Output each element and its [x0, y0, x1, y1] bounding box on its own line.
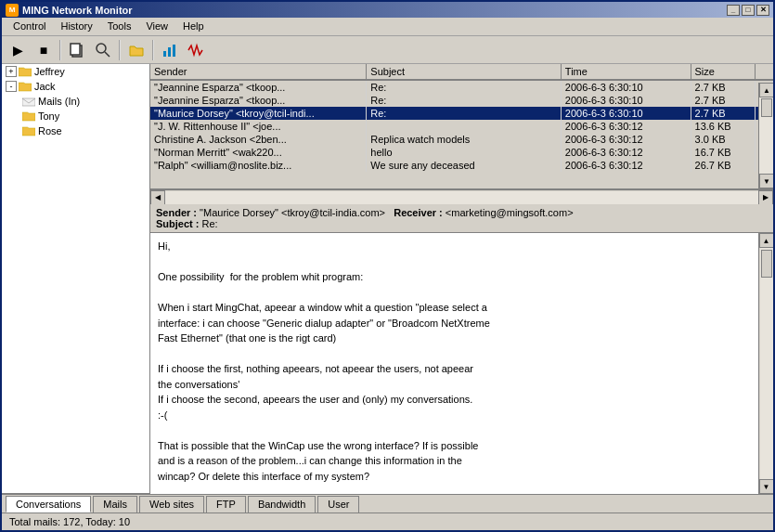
sidebar-item-jack[interactable]: - Jack [2, 79, 149, 94]
maximize-button[interactable]: □ [742, 5, 755, 16]
menu-view[interactable]: View [138, 19, 175, 33]
col-header-size[interactable]: Size [691, 64, 756, 80]
scroll-up-button[interactable]: ▲ [759, 83, 773, 97]
menu-control[interactable]: Control [6, 19, 53, 33]
tab-websites[interactable]: Web sites [139, 496, 204, 513]
folder-button[interactable] [124, 39, 149, 61]
col-header-subject[interactable]: Subject [367, 64, 562, 80]
email-cell-1: Replica watch models [367, 133, 562, 146]
status-bar: Total mails: 172, Today: 10 [2, 513, 773, 530]
search-button[interactable] [91, 39, 115, 61]
svg-rect-5 [168, 47, 171, 57]
email-cell-1: We sure any deceased [367, 159, 562, 172]
h-scroll-left[interactable]: ◀ [150, 190, 165, 205]
sidebar-item-rose[interactable]: Rose [2, 123, 149, 138]
svg-line-3 [105, 52, 110, 57]
svg-rect-4 [163, 51, 166, 57]
table-row[interactable]: "Jeannine Esparza" <tkoop...Re:2006-6-3 … [150, 80, 773, 94]
menu-help[interactable]: Help [175, 19, 212, 33]
tab-user[interactable]: User [317, 496, 359, 513]
body-scroll-thumb[interactable] [761, 250, 772, 278]
col-header-time[interactable]: Time [561, 64, 691, 80]
close-button[interactable]: ✕ [756, 5, 769, 16]
window-title: MING Network Monitor [22, 5, 727, 16]
email-cell-2: 2006-6-3 6:30:12 [561, 159, 691, 172]
sidebar-label-rose: Rose [38, 125, 62, 136]
sidebar-item-mails-in[interactable]: Mails (In) [2, 94, 149, 109]
email-detail: Sender : "Maurice Dorsey" <tkroy@tcil-in… [150, 204, 773, 494]
email-cell-0: "J. W. Rittenhouse II" <joe... [150, 120, 367, 133]
email-cell-2: 2006-6-3 6:30:12 [561, 120, 691, 133]
email-cell-3: 2.7 KB [691, 80, 756, 94]
receiver-value: <marketing@mingsoft.com> [446, 207, 574, 218]
email-cell-0: "Jeannine Esparza" <tkoop... [150, 94, 367, 107]
tab-mails[interactable]: Mails [93, 496, 137, 513]
sender-label: Sender : [156, 207, 200, 218]
h-scroll-track [165, 191, 758, 204]
subject-value: Re: [202, 218, 218, 229]
toolbar-separator-2 [119, 40, 121, 60]
body-scroll-down[interactable]: ▼ [759, 479, 774, 494]
email-cell-0: Christine A. Jackson <2ben... [150, 133, 367, 146]
wave-button[interactable] [184, 39, 208, 61]
sidebar-item-tony[interactable]: Tony [2, 109, 149, 123]
email-cell-2: 2006-6-3 6:30:10 [561, 80, 691, 94]
expand-jeffrey[interactable]: + [6, 66, 17, 77]
tab-conversations[interactable]: Conversations [6, 496, 91, 513]
folder-icon-jack [19, 80, 32, 93]
email-headers: Sender : "Maurice Dorsey" <tkroy@tcil-in… [150, 204, 773, 233]
folder-icon-rose [22, 124, 35, 137]
main-window: M MING Network Monitor _ □ ✕ Control His… [0, 0, 775, 532]
folder-icon-tony [22, 110, 35, 123]
email-cell-3: 16.7 KB [691, 146, 756, 159]
email-cell-0: "Jeannine Esparza" <tkoop... [150, 80, 367, 94]
table-row[interactable]: "Ralph" <william@noslite.biz...We sure a… [150, 159, 773, 172]
main-layout: + Jeffrey - Jack [2, 64, 773, 494]
chart-button[interactable] [158, 39, 182, 61]
email-cell-1: Re: [367, 80, 562, 94]
folder-icon-jeffrey [19, 65, 32, 78]
table-row[interactable]: Christine A. Jackson <2ben...Replica wat… [150, 133, 773, 146]
toolbar-separator-1 [59, 40, 61, 60]
email-table: Sender Subject Time Size "Jeannine Espar… [150, 64, 773, 172]
table-row[interactable]: "J. W. Rittenhouse II" <joe...2006-6-3 6… [150, 120, 773, 133]
svg-rect-1 [71, 44, 80, 55]
copy-icon [69, 42, 85, 58]
wave-icon [187, 42, 204, 58]
svg-rect-6 [173, 45, 175, 57]
receiver-label: Receiver : [394, 207, 446, 218]
minimize-button[interactable]: _ [727, 5, 740, 16]
expand-jack[interactable]: - [6, 81, 17, 92]
scroll-down-button[interactable]: ▼ [759, 174, 773, 188]
toolbar-separator-3 [152, 40, 154, 60]
email-body-scrollbar[interactable]: ▲ ▼ [758, 233, 773, 494]
email-cell-3: 2.7 KB [691, 107, 756, 120]
tab-bandwidth[interactable]: Bandwidth [248, 496, 316, 513]
body-scroll-up[interactable]: ▲ [759, 233, 774, 248]
email-cell-3: 13.6 KB [691, 120, 756, 133]
email-cell-2: 2006-6-3 6:30:10 [561, 94, 691, 107]
stop-button[interactable]: ■ [32, 39, 56, 61]
tab-ftp[interactable]: FTP [206, 496, 246, 513]
sidebar: + Jeffrey - Jack [2, 64, 150, 494]
email-cell-3: 26.7 KB [691, 159, 756, 172]
status-text: Total mails: 172, Today: 10 [9, 516, 130, 527]
bottom-tabs: Conversations Mails Web sites FTP Bandwi… [2, 494, 773, 512]
sidebar-label-tony: Tony [38, 110, 59, 122]
email-cell-1: Re: [367, 94, 562, 107]
table-row[interactable]: "Norman Merritt" <wak220...hello2006-6-3… [150, 146, 773, 159]
email-list-scrollbar[interactable]: ▲ ▼ [758, 83, 773, 188]
scroll-thumb[interactable] [761, 98, 772, 117]
sidebar-item-jeffrey[interactable]: + Jeffrey [2, 64, 149, 79]
play-button[interactable]: ▶ [6, 39, 30, 61]
col-header-sender[interactable]: Sender [150, 64, 367, 80]
menu-history[interactable]: History [53, 19, 99, 33]
folder-icon [128, 42, 145, 58]
menu-tools[interactable]: Tools [100, 19, 139, 33]
table-row[interactable]: "Maurice Dorsey" <tkroy@tcil-indi...Re:2… [150, 107, 773, 120]
email-cell-3: 2.7 KB [691, 94, 756, 107]
h-scroll-right[interactable]: ▶ [758, 190, 773, 205]
email-cell-1 [367, 120, 562, 133]
copy-button[interactable] [65, 39, 89, 61]
table-row[interactable]: "Jeannine Esparza" <tkoop...Re:2006-6-3 … [150, 94, 773, 107]
